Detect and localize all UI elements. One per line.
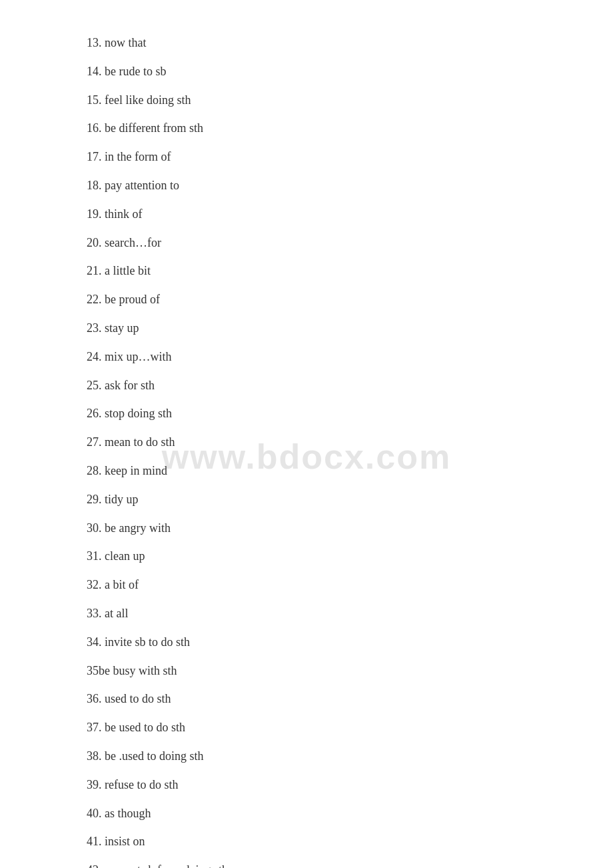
list-item: 19. think of — [87, 205, 533, 224]
list-item: 39. refuse to do sth — [87, 775, 533, 795]
list-item: 34. invite sb to do sth — [87, 633, 533, 652]
list-item: 17. in the form of — [87, 147, 533, 167]
list-item: 23. stay up — [87, 319, 533, 338]
list-item: 16. be different from sth — [87, 119, 533, 138]
list-item: 28. keep in mind — [87, 461, 533, 481]
list-item: 31. clean up — [87, 547, 533, 566]
list-item: 21. a little bit — [87, 261, 533, 281]
phrase-list: 13. now that14. be rude to sb15. feel li… — [87, 33, 533, 868]
list-item: 27. mean to do sth — [87, 433, 533, 452]
list-item: 26. stop doing sth — [87, 404, 533, 423]
list-item: 32. a bit of — [87, 575, 533, 595]
list-item: 14. be rude to sb — [87, 62, 533, 81]
list-item: 41. insist on — [87, 832, 533, 851]
list-item: 37. be used to do sth — [87, 718, 533, 737]
list-item: 15. feel like doing sth — [87, 91, 533, 110]
list-item: 29. tidy up — [87, 490, 533, 509]
main-content: 13. now that14. be rude to sb15. feel li… — [0, 0, 613, 868]
list-item: 24. mix up…with — [87, 347, 533, 367]
list-item: 36. used to do sth — [87, 689, 533, 709]
list-item: 35be busy with sth — [87, 661, 533, 681]
list-item: 13. now that — [87, 33, 533, 53]
list-item: 38. be .used to doing sth — [87, 747, 533, 766]
list-item: 42. prevent sb from doing sth — [87, 861, 533, 868]
list-item: 22. be proud of — [87, 290, 533, 309]
list-item: 25. ask for sth — [87, 376, 533, 395]
list-item: 20. search…for — [87, 233, 533, 253]
list-item: 18. pay attention to — [87, 176, 533, 195]
list-item: 33. at all — [87, 604, 533, 623]
list-item: 30. be angry with — [87, 519, 533, 538]
list-item: 40. as though — [87, 804, 533, 823]
